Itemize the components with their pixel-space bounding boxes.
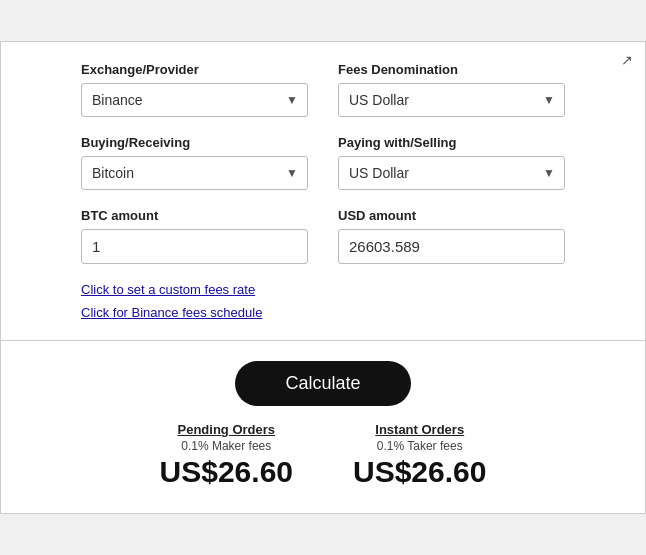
exchange-group: Exchange/Provider Binance Coinbase Krake… (81, 62, 308, 117)
exchange-label: Exchange/Provider (81, 62, 308, 77)
calculate-button[interactable]: Calculate (235, 361, 410, 406)
fees-denom-select[interactable]: US Dollar Bitcoin Euro (338, 83, 565, 117)
btc-amount-label: BTC amount (81, 208, 308, 223)
pending-orders-label: Pending Orders (178, 422, 276, 437)
buying-select[interactable]: Bitcoin Ethereum Litecoin (81, 156, 308, 190)
main-container: ↗ Exchange/Provider Binance Coinbase Kra… (0, 41, 646, 514)
links-section: Click to set a custom fees rate Click fo… (81, 282, 565, 320)
fees-denom-label: Fees Denomination (338, 62, 565, 77)
paying-select[interactable]: US Dollar Bitcoin Euro (338, 156, 565, 190)
btc-amount-input[interactable] (81, 229, 308, 264)
instant-orders-col: Instant Orders 0.1% Taker fees US$26.60 (353, 422, 486, 489)
exchange-select-wrapper: Binance Coinbase Kraken ▼ (81, 83, 308, 117)
paying-select-wrapper: US Dollar Bitcoin Euro ▼ (338, 156, 565, 190)
top-section: ↗ Exchange/Provider Binance Coinbase Kra… (1, 42, 645, 340)
form-row-2: Buying/Receiving Bitcoin Ethereum Liteco… (81, 135, 565, 190)
bottom-section: Calculate Pending Orders 0.1% Maker fees… (1, 340, 645, 513)
paying-label: Paying with/Selling (338, 135, 565, 150)
pending-orders-fee-label: 0.1% Maker fees (181, 439, 271, 453)
pending-orders-col: Pending Orders 0.1% Maker fees US$26.60 (160, 422, 293, 489)
buying-select-wrapper: Bitcoin Ethereum Litecoin ▼ (81, 156, 308, 190)
binance-fees-link[interactable]: Click for Binance fees schedule (81, 305, 565, 320)
results-row: Pending Orders 0.1% Maker fees US$26.60 … (81, 422, 565, 489)
btc-amount-group: BTC amount (81, 208, 308, 264)
form-row-3: BTC amount USD amount (81, 208, 565, 264)
instant-orders-amount: US$26.60 (353, 455, 486, 489)
usd-amount-label: USD amount (338, 208, 565, 223)
fees-denom-group: Fees Denomination US Dollar Bitcoin Euro… (338, 62, 565, 117)
pending-orders-amount: US$26.60 (160, 455, 293, 489)
usd-amount-input[interactable] (338, 229, 565, 264)
custom-fees-link[interactable]: Click to set a custom fees rate (81, 282, 565, 297)
instant-orders-fee-label: 0.1% Taker fees (377, 439, 463, 453)
fees-denom-select-wrapper: US Dollar Bitcoin Euro ▼ (338, 83, 565, 117)
external-link-icon[interactable]: ↗ (621, 52, 633, 68)
paying-group: Paying with/Selling US Dollar Bitcoin Eu… (338, 135, 565, 190)
usd-amount-group: USD amount (338, 208, 565, 264)
buying-label: Buying/Receiving (81, 135, 308, 150)
instant-orders-label: Instant Orders (375, 422, 464, 437)
exchange-select[interactable]: Binance Coinbase Kraken (81, 83, 308, 117)
buying-group: Buying/Receiving Bitcoin Ethereum Liteco… (81, 135, 308, 190)
form-row-1: Exchange/Provider Binance Coinbase Krake… (81, 62, 565, 117)
